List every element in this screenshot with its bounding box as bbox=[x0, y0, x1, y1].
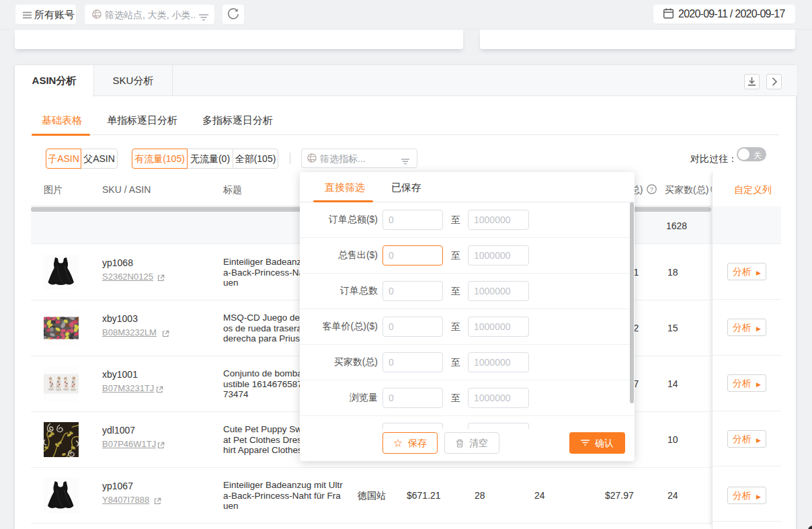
svg-text:?: ? bbox=[650, 186, 653, 193]
